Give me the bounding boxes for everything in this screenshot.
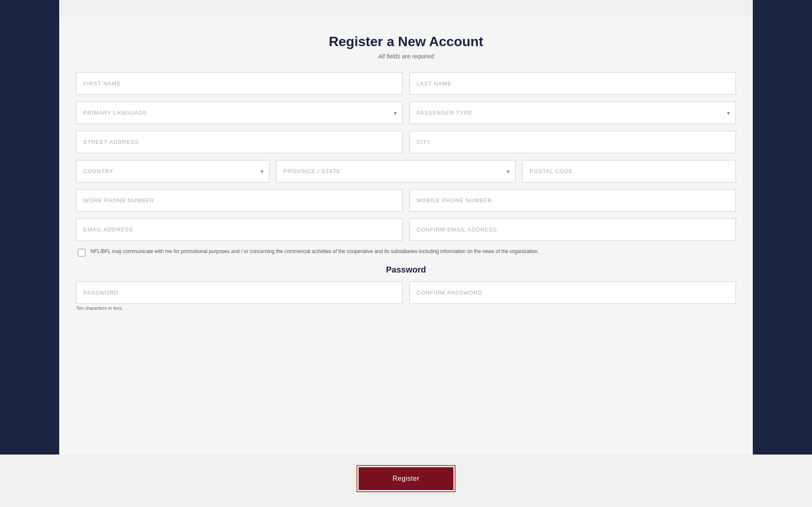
province-state-select[interactable]: PROVINCE / STATE xyxy=(276,160,516,182)
work-phone-field xyxy=(76,189,403,212)
passenger-type-select[interactable]: PASSENGER TYPE xyxy=(409,102,736,124)
password-row: Ten characters or less. xyxy=(76,281,736,311)
promotional-checkbox[interactable] xyxy=(78,249,85,256)
email-input[interactable] xyxy=(76,218,403,241)
main-layout: Register a New Account All fields are re… xyxy=(0,17,812,455)
password-hint: Ten characters or less. xyxy=(76,306,403,311)
first-name-field xyxy=(76,72,403,95)
confirm-password-field xyxy=(409,281,736,311)
confirm-password-input[interactable] xyxy=(409,281,736,304)
city-field xyxy=(409,131,736,153)
register-button[interactable]: Register xyxy=(359,467,453,490)
top-bar-left xyxy=(0,0,59,17)
promotional-checkbox-row: NFL/BFL may communicate with me for prom… xyxy=(76,248,736,256)
sidebar-right xyxy=(753,17,812,455)
confirm-email-input[interactable] xyxy=(409,218,736,241)
postal-code-input[interactable] xyxy=(522,160,736,182)
first-name-input[interactable] xyxy=(76,72,403,95)
form-container: Register a New Account All fields are re… xyxy=(76,34,736,334)
password-section-title: Password xyxy=(76,265,736,275)
top-bar-right xyxy=(753,0,812,17)
country-province-postal-row: COUNTRY PROVINCE / STATE xyxy=(76,160,736,182)
last-name-input[interactable] xyxy=(409,72,736,95)
country-field: COUNTRY xyxy=(76,160,269,182)
email-row xyxy=(76,218,736,241)
mobile-phone-field xyxy=(409,189,736,212)
top-bar-center xyxy=(59,0,753,17)
register-button-wrapper: Register xyxy=(359,467,453,490)
mobile-phone-input[interactable] xyxy=(409,189,736,212)
primary-language-field: PRIMARY LANGUAGE xyxy=(76,102,403,124)
page-title: Register a New Account xyxy=(76,34,736,50)
password-field: Ten characters or less. xyxy=(76,281,403,311)
sidebar-left xyxy=(0,17,59,455)
page-wrapper: Register a New Account All fields are re… xyxy=(0,0,812,507)
page-subtitle: All fields are required xyxy=(76,53,736,60)
password-input[interactable] xyxy=(76,281,403,304)
top-bar xyxy=(0,0,812,17)
primary-language-select[interactable]: PRIMARY LANGUAGE xyxy=(76,102,403,124)
phone-row xyxy=(76,189,736,212)
work-phone-input[interactable] xyxy=(76,189,403,212)
name-row xyxy=(76,72,736,95)
email-field xyxy=(76,218,403,241)
confirm-email-field xyxy=(409,218,736,241)
address-city-row xyxy=(76,131,736,153)
bottom-section: Register xyxy=(0,455,812,507)
street-address-field xyxy=(76,131,403,153)
last-name-field xyxy=(409,72,736,95)
passenger-type-field: PASSENGER TYPE xyxy=(409,102,736,124)
street-address-input[interactable] xyxy=(76,131,403,153)
postal-code-field xyxy=(522,160,736,182)
province-state-field: PROVINCE / STATE xyxy=(276,160,516,182)
promotional-checkbox-label: NFL/BFL may communicate with me for prom… xyxy=(91,248,539,255)
city-input[interactable] xyxy=(409,131,736,153)
language-type-row: PRIMARY LANGUAGE PASSENGER TYPE xyxy=(76,102,736,124)
country-select[interactable]: COUNTRY xyxy=(76,160,269,182)
content-area: Register a New Account All fields are re… xyxy=(59,17,753,455)
